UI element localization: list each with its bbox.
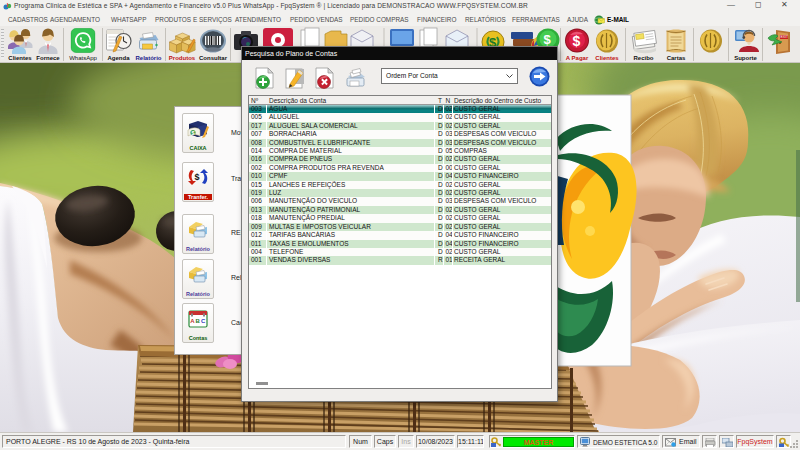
svg-text:$: $	[573, 33, 581, 49]
svg-text:C: C	[201, 318, 206, 324]
svg-text:A: A	[190, 318, 195, 324]
svg-text:$: $	[544, 32, 552, 47]
svg-text:B: B	[196, 318, 201, 324]
svg-text:$: $	[191, 130, 194, 136]
svg-text:EXIT: EXIT	[781, 35, 789, 39]
svg-text:$: $	[195, 172, 200, 182]
